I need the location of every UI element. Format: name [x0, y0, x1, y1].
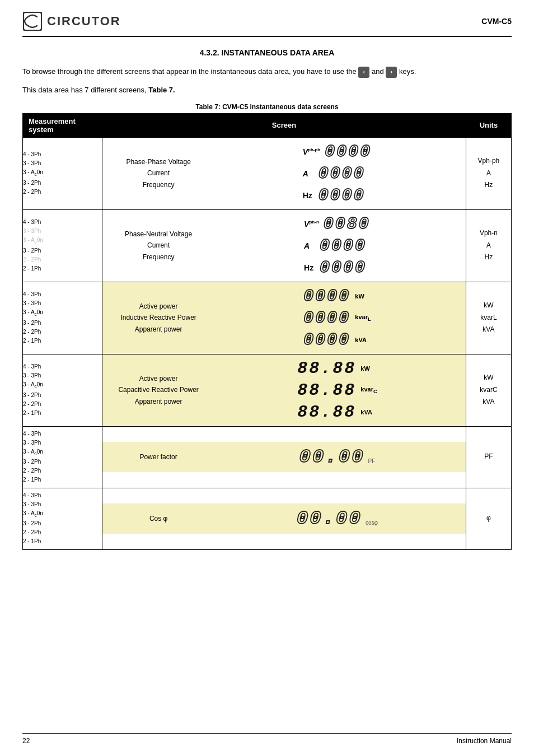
- screen-cell-6: Cos φ 00.00 cosφ: [102, 488, 466, 549]
- a-label-2: A: [304, 241, 315, 250]
- th-units: Units: [466, 113, 511, 137]
- section-number: 4.3.2.: [200, 48, 219, 57]
- kva-unit-3: kVA: [355, 337, 367, 343]
- th-screen: Screen: [102, 113, 466, 137]
- table-row: 4 - 3Ph 3 - 3Ph 3 - Ac0n 3 - 2Ph 2 - 2Ph…: [23, 426, 512, 488]
- measurement-cell-2: 4 - 3Ph 3 - 3Ph 3 - Ac0n 3 - 2Ph 2 - 2Ph…: [23, 209, 102, 282]
- logo-text: CIRCUTOR: [47, 14, 121, 29]
- units-cell-6: φ: [466, 488, 511, 549]
- table-header-row: Measurement system Screen Units: [23, 113, 512, 137]
- para1-mid: and: [372, 67, 384, 76]
- body-paragraph-1: To browse through the different screens …: [22, 66, 512, 78]
- kvarc-digits-4: 88.88: [297, 381, 356, 400]
- page: CIRCUTOR CVM-C5 4.3.2. INSTANTANEOUS DAT…: [0, 0, 534, 756]
- units-cell-5: PF: [466, 426, 511, 488]
- a-digits-2: 0000: [320, 236, 367, 255]
- measurement-cell-3: 4 - 3Ph 3 - 3Ph 3 - Ac0n 3 - 2Ph 2 - 2Ph…: [23, 282, 102, 354]
- measurement-cell-4: 4 - 3Ph 3 - 3Ph 3 - Ac0n 3 - 2Ph 2 - 2Ph…: [23, 354, 102, 426]
- kva-digits-4: 88.88: [297, 403, 356, 422]
- kw-digits-3: 0000: [303, 287, 350, 306]
- logo: CIRCUTOR: [22, 11, 121, 31]
- a-digits-1: 0000: [318, 164, 366, 183]
- display-block-1: Vph-ph 0000 A 0000 Hz 0000: [303, 142, 372, 205]
- footer: 22 Instruction Manual: [22, 733, 512, 745]
- screen-label-2: Phase-Neutral VoltageCurrentFrequency: [108, 228, 209, 263]
- para2-start: This data area has 7 different screens,: [22, 86, 147, 94]
- screen-cell-4: Active powerCapacitive Reactive PowerApp…: [102, 354, 466, 426]
- a-label-1: A: [303, 169, 314, 178]
- manual-label: Instruction Manual: [457, 737, 512, 745]
- para2-bold: Table 7.: [148, 86, 175, 94]
- table-row: 4 - 3Ph 3 - 3Ph 3 - Ac0n 3 - 2Ph 2 - 2Ph…: [23, 209, 512, 282]
- kvarl-digits-3: 0000: [303, 309, 350, 328]
- data-table: Measurement system Screen Units 4 - 3Ph …: [22, 113, 512, 550]
- display-block-4: 88.88 kW 88.88 kvarC 88.88 kVA: [297, 359, 377, 422]
- th-measurement: Measurement system: [23, 113, 102, 137]
- kvarc-unit-4: kvarC: [360, 386, 377, 394]
- model-name: CVM-C5: [481, 17, 512, 26]
- hz-digits-1: 0000: [318, 186, 366, 205]
- units-cell-1: Vph-phAHz: [466, 137, 511, 209]
- para1-text: To browse through the different screens …: [22, 67, 357, 76]
- screen-cell-5: Power factor 00.00 PF: [102, 426, 466, 488]
- hz-digits-2: 0000: [320, 258, 367, 277]
- kva-digits-3: 0000: [303, 330, 350, 349]
- v-label-1: Vph-ph: [303, 147, 321, 156]
- cosphi-digits-6: 00.00: [297, 508, 362, 529]
- screen-label-4: Active powerCapacitive Reactive PowerApp…: [108, 373, 209, 407]
- right-arrow-key[interactable]: ›: [386, 67, 397, 78]
- table-row: 4 - 3Ph 3 - 3Ph 3 - Ac0n 3 - 2Ph 2 - 2Ph…: [23, 488, 512, 549]
- table-row: 4 - 3Ph 3 - 3Ph 3 - Ac0n 3 - 2Ph 2 - 2Ph…: [23, 282, 512, 354]
- measurement-cell-5: 4 - 3Ph 3 - 3Ph 3 - Ac0n 3 - 2Ph 2 - 2Ph…: [23, 426, 102, 488]
- pf-label-5: PF: [368, 458, 376, 464]
- para1-end: keys.: [399, 67, 416, 76]
- screen-label-1: Phase-Phase VoltageCurrentFrequency: [108, 156, 209, 190]
- screen-label-5: Power factor: [108, 451, 209, 463]
- screen-cell-3: Active powerInductive Reactive PowerAppa…: [102, 282, 466, 354]
- body-paragraph-2: This data area has 7 different screens, …: [22, 85, 512, 96]
- display-block-2: Vph-n 0080 A 0000 Hz 0000: [304, 214, 371, 277]
- screen-label-3: Active powerInductive Reactive PowerAppa…: [108, 301, 209, 335]
- table-row: 4 - 3Ph 3 - 3Ph 3 - Ac0n 3 - 2Ph 2 - 2Ph…: [23, 137, 512, 209]
- units-cell-4: kWkvarCkVA: [466, 354, 511, 426]
- v-digits-1: 0000: [325, 142, 372, 161]
- pf-digits-5: 00.00: [299, 446, 365, 468]
- table-row: 4 - 3Ph 3 - 3Ph 3 - Ac0n 3 - 2Ph 2 - 2Ph…: [23, 354, 512, 426]
- screen-label-6: Cos φ: [108, 513, 209, 524]
- section-heading: INSTANTANEOUS DATA AREA: [222, 48, 335, 57]
- kw-digits-4: 88.88: [297, 359, 356, 378]
- kva-unit-4: kVA: [360, 409, 372, 416]
- table-title: Table 7: CVM-C5 instantaneous data scree…: [22, 103, 512, 111]
- section-title: 4.3.2. INSTANTANEOUS DATA AREA: [22, 48, 512, 57]
- header: CIRCUTOR CVM-C5: [22, 11, 512, 37]
- left-arrow-key[interactable]: ‹: [358, 67, 369, 78]
- measurement-cell-1: 4 - 3Ph 3 - 3Ph 3 - Ac0n 3 - 2Ph 2 - 2Ph: [23, 137, 102, 209]
- v-label-2: Vph-n: [304, 220, 319, 228]
- display-block-3: 0000 kW 0000 kvarL 0000 kVA: [303, 287, 371, 349]
- units-cell-2: Vph-nAHz: [466, 209, 511, 282]
- hz-label-1: Hz: [303, 191, 314, 200]
- cosphi-label-6: cosφ: [366, 520, 378, 526]
- hz-label-2: Hz: [304, 263, 315, 272]
- screen-cell-1: Phase-Phase VoltageCurrentFrequency Vph-…: [102, 137, 466, 209]
- kw-unit-3: kW: [355, 293, 364, 300]
- units-cell-3: kWkvarLkVA: [466, 282, 511, 354]
- kw-unit-4: kW: [360, 365, 370, 372]
- page-number: 22: [22, 737, 30, 745]
- kvarl-unit-3: kvarL: [355, 314, 371, 322]
- logo-icon: [22, 11, 43, 31]
- v-digits-2: 0080: [324, 214, 371, 234]
- screen-cell-2: Phase-Neutral VoltageCurrentFrequency Vp…: [102, 209, 466, 282]
- measurement-cell-6: 4 - 3Ph 3 - 3Ph 3 - Ac0n 3 - 2Ph 2 - 2Ph…: [23, 488, 102, 549]
